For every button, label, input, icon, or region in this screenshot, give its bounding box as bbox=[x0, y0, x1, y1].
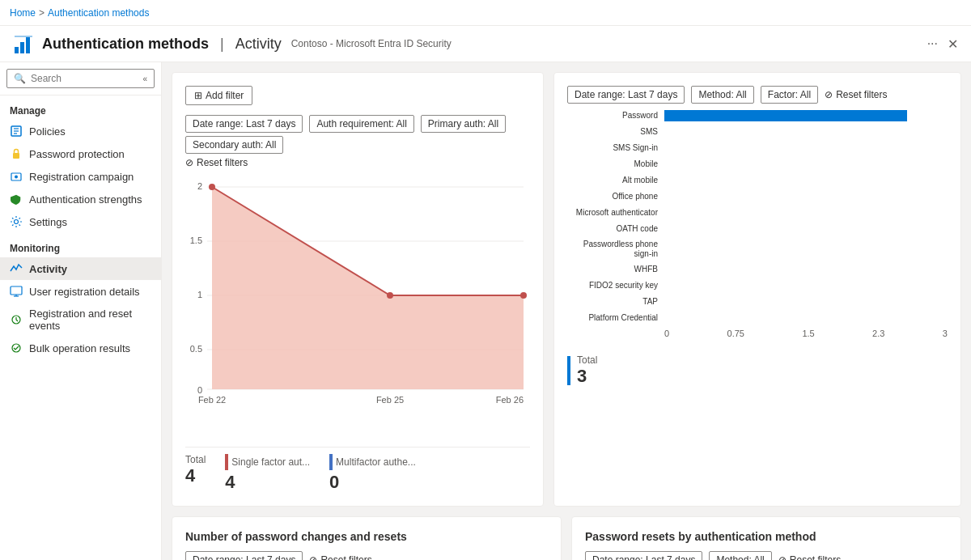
bar-row: Office phone bbox=[567, 191, 948, 202]
bar-fill bbox=[664, 110, 907, 121]
bar-row: Mobile bbox=[567, 159, 948, 170]
multifactor-value: 0 bbox=[329, 472, 416, 493]
more-options-button[interactable]: ··· bbox=[927, 36, 938, 51]
bottom-left-reset[interactable]: ⊘ Reset filters bbox=[309, 554, 371, 560]
page-title-sep: | bbox=[220, 36, 224, 53]
active-filters: Date range: Last 7 days Auth requirement… bbox=[185, 115, 530, 133]
sidebar-item-label: Settings bbox=[29, 216, 67, 228]
bar-row: SMS Sign-in bbox=[567, 142, 948, 154]
reset-icon: ⊘ bbox=[185, 157, 193, 168]
single-factor-legend-dot bbox=[225, 454, 228, 470]
activity-chart-card: ⊞ Add filter Date range: Last 7 days Aut… bbox=[172, 72, 544, 507]
bar-track bbox=[664, 142, 948, 154]
bottom-left-title: Number of password changes and resets bbox=[185, 530, 548, 543]
svg-point-11 bbox=[15, 220, 19, 224]
bar-track bbox=[664, 264, 948, 275]
bar-row: TAP bbox=[567, 296, 948, 308]
reset-icon-bl: ⊘ bbox=[309, 554, 317, 560]
add-filter-button[interactable]: ⊞ Add filter bbox=[185, 86, 252, 105]
page-org: Contoso - Microsoft Entra ID Security bbox=[291, 38, 452, 49]
bottom-right-reset[interactable]: ⊘ Reset filters bbox=[778, 554, 841, 560]
right-total-label: Total bbox=[577, 354, 597, 366]
bar-track bbox=[664, 244, 948, 255]
right-reset-filters[interactable]: ⊘ Reset filters bbox=[825, 89, 887, 100]
filter-tag-right-method[interactable]: Method: All bbox=[691, 86, 753, 104]
multifactor-legend-dot bbox=[329, 454, 333, 470]
svg-text:1: 1 bbox=[197, 290, 202, 299]
svg-text:Feb 26: Feb 26 bbox=[496, 395, 524, 405]
sidebar-item-auth-strengths[interactable]: Authentication strengths bbox=[0, 188, 161, 210]
filter-tag-date[interactable]: Date range: Last 7 days bbox=[185, 115, 303, 133]
sidebar-item-label: Registration campaign bbox=[29, 171, 134, 183]
x-axis-label: 3 bbox=[943, 329, 948, 338]
svg-point-28 bbox=[209, 184, 215, 190]
svg-text:2: 2 bbox=[197, 181, 202, 191]
single-factor-label: Single factor aut... bbox=[231, 456, 310, 468]
bar-track bbox=[664, 110, 948, 121]
bar-label: SMS Sign-in bbox=[567, 143, 664, 153]
sidebar-item-reg-reset[interactable]: Registration and reset events bbox=[0, 303, 161, 337]
sidebar-item-registration-campaign[interactable]: Registration campaign bbox=[0, 165, 161, 188]
total-value: 4 bbox=[185, 465, 206, 486]
svg-text:Feb 25: Feb 25 bbox=[376, 395, 404, 405]
password-resets-card: Password resets by authentication method… bbox=[571, 516, 961, 560]
bar-track bbox=[664, 280, 948, 291]
sidebar-item-password-protection[interactable]: Password protection bbox=[0, 142, 161, 165]
bottom-left-date-tag[interactable]: Date range: Last 7 days bbox=[185, 551, 303, 560]
svg-text:0: 0 bbox=[197, 385, 202, 395]
shield-icon bbox=[10, 193, 23, 206]
sidebar-search-container: 🔍 « bbox=[0, 62, 161, 95]
sidebar-item-settings[interactable]: Settings bbox=[0, 210, 161, 233]
filter-tag-primary-auth[interactable]: Primary auth: All bbox=[421, 115, 506, 133]
svg-text:Feb 22: Feb 22 bbox=[198, 395, 226, 405]
multifactor-label: Multifactor authe... bbox=[336, 456, 416, 468]
secondary-filters: Secondary auth: All bbox=[185, 136, 530, 154]
bottom-right-method-tag[interactable]: Method: All bbox=[709, 551, 771, 560]
collapse-icon[interactable]: « bbox=[139, 74, 147, 83]
bar-track bbox=[664, 296, 948, 308]
breadcrumb: Home > Authentication methods bbox=[0, 0, 971, 26]
reset-filters-link[interactable]: ⊘ Reset filters bbox=[185, 157, 530, 168]
bar-label: Office phone bbox=[567, 192, 664, 202]
sidebar-item-label: User registration details bbox=[29, 286, 140, 298]
bar-row: Password bbox=[567, 110, 948, 121]
filter-tag-right-date[interactable]: Date range: Last 7 days bbox=[567, 86, 685, 104]
sidebar-item-activity[interactable]: Activity bbox=[0, 257, 161, 280]
filter-bar: ⊞ Add filter bbox=[185, 86, 530, 105]
single-factor-value: 4 bbox=[225, 472, 310, 493]
svg-rect-3 bbox=[15, 36, 32, 37]
search-input[interactable] bbox=[31, 73, 134, 84]
bulk-ops-icon bbox=[10, 342, 23, 354]
bar-label: OATH code bbox=[567, 224, 664, 234]
filter-tag-secondary-auth[interactable]: Secondary auth: All bbox=[185, 136, 283, 154]
sidebar-item-label: Registration and reset events bbox=[29, 308, 151, 332]
x-axis-label: 0.75 bbox=[727, 329, 744, 338]
bottom-left-filters: Date range: Last 7 days ⊘ Reset filters bbox=[185, 551, 548, 560]
filter-tag-auth-req[interactable]: Auth requirement: All bbox=[309, 115, 413, 133]
bar-row: Platform Credential bbox=[567, 312, 948, 324]
reg-reset-icon bbox=[10, 313, 23, 326]
svg-marker-27 bbox=[212, 187, 524, 389]
total-bar-indicator bbox=[567, 356, 570, 385]
close-button[interactable]: ✕ bbox=[948, 36, 958, 52]
sidebar-item-label: Authentication strengths bbox=[29, 193, 142, 206]
breadcrumb-sep: > bbox=[39, 7, 45, 19]
svg-rect-0 bbox=[15, 47, 19, 53]
bar-chart-card: Date range: Last 7 days Method: All Fact… bbox=[553, 72, 961, 507]
breadcrumb-home[interactable]: Home bbox=[10, 7, 36, 19]
sidebar-item-user-registration[interactable]: User registration details bbox=[0, 280, 161, 303]
filter-tag-right-factor[interactable]: Factor: All bbox=[761, 86, 818, 104]
sidebar-item-policies[interactable]: Policies bbox=[0, 120, 161, 142]
breadcrumb-current[interactable]: Authentication methods bbox=[48, 7, 149, 19]
x-axis-label: 2.3 bbox=[872, 329, 884, 338]
auth-methods-icon bbox=[13, 32, 36, 55]
sidebar-item-label: Bulk operation results bbox=[29, 342, 130, 354]
search-icon: 🔍 bbox=[14, 73, 26, 84]
reset-icon-br: ⊘ bbox=[778, 554, 787, 560]
x-axis-label: 0 bbox=[664, 329, 669, 338]
svg-point-10 bbox=[15, 176, 18, 179]
total-label: Total bbox=[185, 454, 206, 465]
sidebar-item-bulk-ops[interactable]: Bulk operation results bbox=[0, 337, 161, 359]
bottom-right-date-tag[interactable]: Date range: Last 7 days bbox=[585, 551, 702, 560]
bar-label: TAP bbox=[567, 297, 664, 307]
